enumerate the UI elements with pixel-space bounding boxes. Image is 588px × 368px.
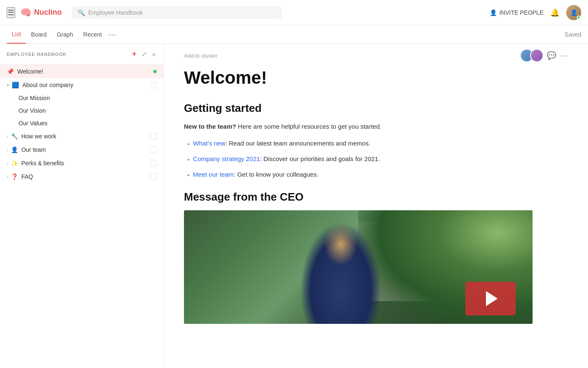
intro-paragraph: New to the team? Here are some helpful r… bbox=[184, 122, 568, 132]
logo-text: Nuclino bbox=[34, 8, 62, 17]
faq-icon: ❓ bbox=[11, 173, 18, 180]
bullet-dot: • bbox=[187, 170, 190, 181]
active-dot bbox=[153, 70, 157, 73]
search-placeholder: Employee Handbook bbox=[88, 9, 143, 16]
bullet-item-3: • Meet our team: Get to know your collea… bbox=[187, 169, 568, 181]
sidebar-item-label: Our Mission bbox=[18, 95, 157, 101]
chevron-down-icon: ▾ bbox=[7, 82, 9, 88]
sidebar-title: EMPLOYEE HANDBOOK bbox=[7, 52, 131, 57]
video-thumbnail bbox=[184, 210, 533, 324]
item-checkbox[interactable] bbox=[150, 133, 157, 140]
ceo-heading: Message from the CEO bbox=[184, 191, 568, 204]
tab-recent[interactable]: Recent bbox=[78, 25, 107, 44]
content-actions: 💬 ⋯ bbox=[520, 49, 568, 62]
getting-started-heading: Getting started bbox=[184, 102, 568, 115]
bullet-text-3: Meet our team: Get to know your colleagu… bbox=[193, 169, 319, 180]
collaborator-avatar-2 bbox=[530, 49, 543, 62]
sidebar-item-our-mission[interactable]: Our Mission bbox=[0, 92, 163, 104]
tab-graph[interactable]: Graph bbox=[52, 25, 78, 44]
sidebar-item-our-team[interactable]: › 👤 Our team bbox=[0, 143, 163, 156]
secondary-nav: List Board Graph Recent ⋯ Saved bbox=[0, 25, 588, 44]
top-nav: ☰ 🧠 Nuclino 🔍 Employee Handbook 👤 INVITE… bbox=[0, 0, 588, 25]
add-person-icon: 👤 bbox=[490, 9, 497, 16]
sidebar-item-label: Our Vision bbox=[18, 107, 157, 114]
pin-icon: 📌 bbox=[7, 68, 14, 75]
sidebar-items: 📌 Welcome! ▾ 🟦 About our company Our Mis… bbox=[0, 65, 163, 368]
sidebar-actions: + ⤢ « bbox=[131, 49, 157, 59]
content-body: Welcome! Getting started New to the team… bbox=[164, 67, 588, 344]
sidebar-item-perks[interactable]: › ✨ Perks & benefits bbox=[0, 156, 163, 170]
sidebar-item-label: About our company bbox=[22, 82, 150, 88]
bullet-item-1: • What's new: Read our latest team annou… bbox=[187, 138, 568, 150]
bullet-dot: • bbox=[187, 154, 190, 165]
more-options-button[interactable]: ⋯ bbox=[559, 50, 568, 61]
bullet-rest-3: : Get to know your colleagues. bbox=[234, 171, 318, 178]
bullet-rest-2: : Discover our priorities and goals for … bbox=[260, 155, 380, 162]
notifications-button[interactable]: 🔔 bbox=[550, 8, 559, 17]
sidebar-item-label: How we work bbox=[21, 133, 150, 140]
tools-icon: 🔧 bbox=[11, 133, 18, 140]
item-checkbox[interactable] bbox=[150, 173, 157, 180]
team-icon: 👤 bbox=[11, 146, 18, 153]
chevron-right-icon: › bbox=[7, 161, 8, 166]
chevron-right-icon: › bbox=[7, 134, 8, 139]
sidebar-item-label: Our Values bbox=[18, 120, 157, 127]
collapse-sidebar-button[interactable]: « bbox=[151, 50, 157, 59]
item-checkbox[interactable] bbox=[150, 82, 157, 88]
company-strategy-link[interactable]: Company strategy 2021 bbox=[193, 155, 260, 162]
hamburger-menu[interactable]: ☰ bbox=[7, 7, 15, 18]
item-checkbox[interactable] bbox=[150, 146, 157, 153]
sidebar-item-our-values[interactable]: Our Values bbox=[0, 117, 163, 130]
saved-label: Saved bbox=[564, 31, 581, 38]
user-avatar[interactable]: 👤 bbox=[566, 5, 581, 20]
bullet-list: • What's new: Read our latest team annou… bbox=[187, 138, 568, 180]
about-icon: 🟦 bbox=[12, 82, 19, 88]
intro-bold: New to the team? bbox=[184, 123, 236, 130]
logo: 🧠 Nuclino bbox=[20, 7, 62, 18]
video-container[interactable] bbox=[184, 210, 533, 324]
bullet-text-1: What's new: Read our latest team announc… bbox=[193, 138, 370, 148]
nav-right: 👤 INVITE PEOPLE 🔔 👤 bbox=[490, 5, 581, 20]
collaborator-avatars bbox=[520, 49, 543, 62]
sidebar-item-our-vision[interactable]: Our Vision bbox=[0, 104, 163, 117]
perks-icon: ✨ bbox=[11, 160, 18, 167]
content-toolbar: Add to cluster 💬 ⋯ bbox=[164, 44, 588, 67]
sidebar-item-how-we-work[interactable]: › 🔧 How we work bbox=[0, 130, 163, 143]
comment-button[interactable]: 💬 bbox=[547, 51, 556, 60]
search-bar[interactable]: 🔍 Employee Handbook bbox=[72, 6, 282, 19]
page-title: Welcome! bbox=[184, 67, 568, 88]
play-button[interactable] bbox=[465, 282, 516, 315]
sidebar-item-welcome[interactable]: 📌 Welcome! bbox=[0, 65, 163, 78]
play-triangle-icon bbox=[486, 291, 498, 306]
content-area: Add to cluster 💬 ⋯ Welcome! Getting star… bbox=[164, 44, 588, 368]
main-layout: EMPLOYEE HANDBOOK + ⤢ « 📌 Welcome! ▾ 🟦 A… bbox=[0, 44, 588, 368]
bullet-text-2: Company strategy 2021: Discover our prio… bbox=[193, 154, 380, 164]
bullet-dot: • bbox=[187, 139, 190, 150]
sidebar-header: EMPLOYEE HANDBOOK + ⤢ « bbox=[0, 44, 163, 65]
bullet-rest-1: : Read our latest team announcements and… bbox=[226, 140, 370, 147]
meet-our-team-link[interactable]: Meet our team bbox=[193, 171, 234, 178]
sidebar-item-about[interactable]: ▾ 🟦 About our company bbox=[0, 78, 163, 92]
online-status-dot bbox=[577, 16, 581, 20]
item-checkbox[interactable] bbox=[150, 160, 157, 167]
search-icon: 🔍 bbox=[78, 9, 85, 16]
chevron-right-icon: › bbox=[7, 147, 8, 152]
whats-new-link[interactable]: What's new bbox=[193, 140, 226, 147]
invite-people-button[interactable]: 👤 INVITE PEOPLE bbox=[490, 9, 543, 16]
sidebar-item-label: Our team bbox=[21, 146, 150, 153]
intro-rest: Here are some helpful resources to get y… bbox=[236, 123, 381, 130]
tab-list[interactable]: List bbox=[7, 25, 26, 44]
invite-label: INVITE PEOPLE bbox=[499, 9, 543, 16]
sidebar: EMPLOYEE HANDBOOK + ⤢ « 📌 Welcome! ▾ 🟦 A… bbox=[0, 44, 164, 368]
logo-icon: 🧠 bbox=[20, 7, 32, 18]
more-tabs-button[interactable]: ⋯ bbox=[108, 30, 116, 39]
expand-sidebar-button[interactable]: ⤢ bbox=[141, 49, 148, 59]
tab-board[interactable]: Board bbox=[26, 25, 52, 44]
add-item-button[interactable]: + bbox=[131, 49, 138, 59]
add-to-cluster-button[interactable]: Add to cluster bbox=[184, 53, 218, 59]
bullet-item-2: • Company strategy 2021: Discover our pr… bbox=[187, 154, 568, 165]
sidebar-item-faq[interactable]: › ❓ FAQ bbox=[0, 170, 163, 183]
sidebar-item-label: Welcome! bbox=[17, 68, 153, 75]
sidebar-item-label: FAQ bbox=[21, 173, 150, 180]
chevron-right-icon: › bbox=[7, 174, 8, 179]
